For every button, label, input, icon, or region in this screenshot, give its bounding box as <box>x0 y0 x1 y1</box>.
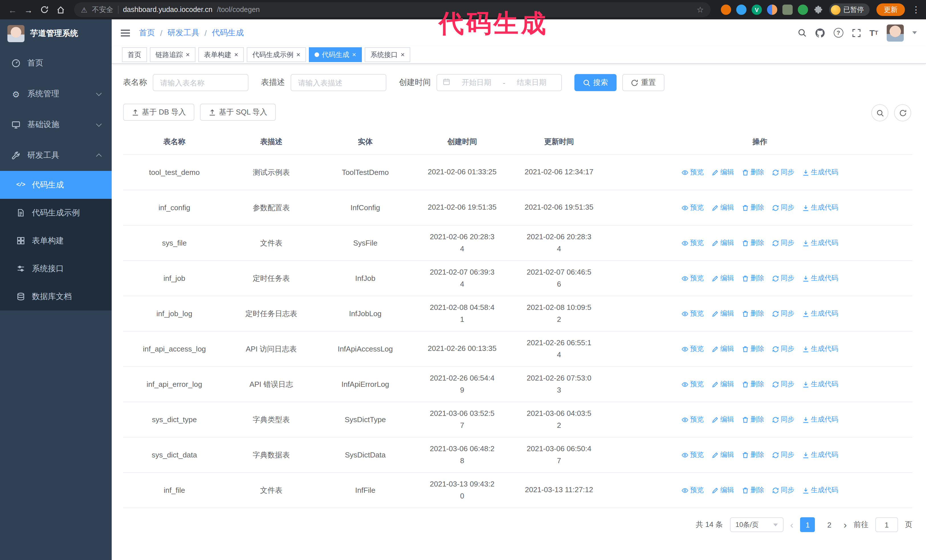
edit-link[interactable]: 编辑 <box>712 450 734 460</box>
edit-link[interactable]: 编辑 <box>712 203 734 213</box>
sidebar-item-system[interactable]: ⚙ 系统管理 <box>0 78 112 109</box>
delete-link[interactable]: 删除 <box>742 485 764 495</box>
close-icon[interactable]: × <box>186 51 190 58</box>
browser-forward-icon[interactable]: → <box>22 3 35 17</box>
generate-code-link[interactable]: 生成代码 <box>802 238 838 248</box>
generate-code-link[interactable]: 生成代码 <box>802 309 838 318</box>
sync-link[interactable]: 同步 <box>772 168 794 177</box>
generate-code-link[interactable]: 生成代码 <box>802 450 838 460</box>
close-icon[interactable]: × <box>352 51 356 58</box>
tab-codegen[interactable]: 代码生成× <box>309 47 362 62</box>
import-db-button[interactable]: 基于 DB 导入 <box>123 104 195 121</box>
avatar-caret-icon[interactable] <box>912 31 917 34</box>
reset-button[interactable]: 重置 <box>622 74 664 91</box>
user-avatar[interactable] <box>887 24 904 41</box>
sidebar-item-api[interactable]: 系统接口 <box>0 255 112 282</box>
extension-icon-capture[interactable] <box>782 5 793 15</box>
profile-paused-badge[interactable]: 已暂停 <box>829 3 870 16</box>
page-size-select[interactable]: 10条/页 <box>730 517 783 532</box>
preview-link[interactable]: 预览 <box>682 344 704 354</box>
preview-link[interactable]: 预览 <box>682 450 704 460</box>
sidebar-item-codegen-example[interactable]: 代码生成示例 <box>0 199 112 227</box>
sync-link[interactable]: 同步 <box>772 485 794 495</box>
edit-link[interactable]: 编辑 <box>712 168 734 177</box>
page-button-2[interactable]: 2 <box>822 517 837 532</box>
generate-code-link[interactable]: 生成代码 <box>802 415 838 424</box>
edit-link[interactable]: 编辑 <box>712 273 734 283</box>
preview-link[interactable]: 预览 <box>682 203 704 213</box>
preview-link[interactable]: 预览 <box>682 168 704 177</box>
edit-link[interactable]: 编辑 <box>712 344 734 354</box>
extension-icon-leaf[interactable] <box>798 5 808 15</box>
edit-link[interactable]: 编辑 <box>712 485 734 495</box>
extension-icon-blue-drop[interactable] <box>736 5 746 15</box>
breadcrumb-home[interactable]: 首页 <box>139 28 155 38</box>
tab-form-builder[interactable]: 表单构建× <box>198 47 244 62</box>
delete-link[interactable]: 删除 <box>742 309 764 318</box>
delete-link[interactable]: 删除 <box>742 203 764 213</box>
github-icon[interactable] <box>815 28 825 38</box>
font-size-icon[interactable]: TT <box>869 29 878 37</box>
app-logo[interactable]: 芋道管理系统 <box>0 20 112 48</box>
sync-link[interactable]: 同步 <box>772 379 794 389</box>
close-icon[interactable]: × <box>234 51 238 58</box>
sync-link[interactable]: 同步 <box>772 344 794 354</box>
breadcrumb-codegen[interactable]: 代码生成 <box>212 28 244 38</box>
sync-link[interactable]: 同步 <box>772 273 794 283</box>
preview-link[interactable]: 预览 <box>682 415 704 424</box>
generate-code-link[interactable]: 生成代码 <box>802 344 838 354</box>
generate-code-link[interactable]: 生成代码 <box>802 379 838 389</box>
edit-link[interactable]: 编辑 <box>712 238 734 248</box>
sync-link[interactable]: 同步 <box>772 309 794 318</box>
sync-link[interactable]: 同步 <box>772 203 794 213</box>
date-range-picker[interactable]: 开始日期 - 结束日期 <box>436 74 562 91</box>
delete-link[interactable]: 删除 <box>742 450 764 460</box>
extension-icon-people[interactable] <box>767 5 777 15</box>
browser-menu-icon[interactable]: ⋮ <box>912 5 920 15</box>
preview-link[interactable]: 预览 <box>682 379 704 389</box>
generate-code-link[interactable]: 生成代码 <box>802 273 838 283</box>
generate-code-link[interactable]: 生成代码 <box>802 485 838 495</box>
sidebar-item-devtools[interactable]: 研发工具 <box>0 140 112 171</box>
sync-link[interactable]: 同步 <box>772 415 794 424</box>
delete-link[interactable]: 删除 <box>742 273 764 283</box>
browser-home-icon[interactable] <box>54 3 67 17</box>
search-button[interactable]: 搜索 <box>574 74 617 91</box>
preview-link[interactable]: 预览 <box>682 273 704 283</box>
tab-trace[interactable]: 链路追踪× <box>150 47 195 62</box>
generate-code-link[interactable]: 生成代码 <box>802 203 838 213</box>
delete-link[interactable]: 删除 <box>742 168 764 177</box>
bookmark-star-icon[interactable]: ☆ <box>697 5 704 14</box>
prev-page-icon[interactable]: ‹ <box>790 520 793 530</box>
table-desc-input[interactable] <box>291 74 386 91</box>
sync-link[interactable]: 同步 <box>772 450 794 460</box>
browser-back-icon[interactable]: ← <box>6 3 20 17</box>
refresh-table-button[interactable] <box>894 104 911 121</box>
import-sql-button[interactable]: 基于 SQL 导入 <box>200 104 276 121</box>
edit-link[interactable]: 编辑 <box>712 415 734 424</box>
browser-reload-icon[interactable] <box>38 3 51 17</box>
browser-update-button[interactable]: 更新 <box>876 3 905 16</box>
extension-icon-orange[interactable] <box>721 5 731 15</box>
preview-link[interactable]: 预览 <box>682 309 704 318</box>
delete-link[interactable]: 删除 <box>742 379 764 389</box>
sync-link[interactable]: 同步 <box>772 238 794 248</box>
sidebar-item-form-builder[interactable]: 表单构建 <box>0 227 112 255</box>
generate-code-link[interactable]: 生成代码 <box>802 168 838 177</box>
edit-link[interactable]: 编辑 <box>712 309 734 318</box>
page-button-1[interactable]: 1 <box>800 517 815 532</box>
edit-link[interactable]: 编辑 <box>712 379 734 389</box>
breadcrumb-devtools[interactable]: 研发工具 <box>168 28 200 38</box>
help-icon[interactable]: ? <box>834 28 843 38</box>
preview-link[interactable]: 预览 <box>682 485 704 495</box>
sidebar-item-home[interactable]: 首页 <box>0 48 112 78</box>
sidebar-item-db-doc[interactable]: 数据库文档 <box>0 282 112 311</box>
sidebar-toggle-icon[interactable] <box>121 29 130 36</box>
close-icon[interactable]: × <box>401 51 405 58</box>
tab-api[interactable]: 系统接口× <box>365 47 410 62</box>
sidebar-item-codegen[interactable]: </> 代码生成 <box>0 171 112 199</box>
table-name-input[interactable] <box>153 74 248 91</box>
next-page-icon[interactable]: › <box>844 520 847 530</box>
preview-link[interactable]: 预览 <box>682 238 704 248</box>
delete-link[interactable]: 删除 <box>742 415 764 424</box>
